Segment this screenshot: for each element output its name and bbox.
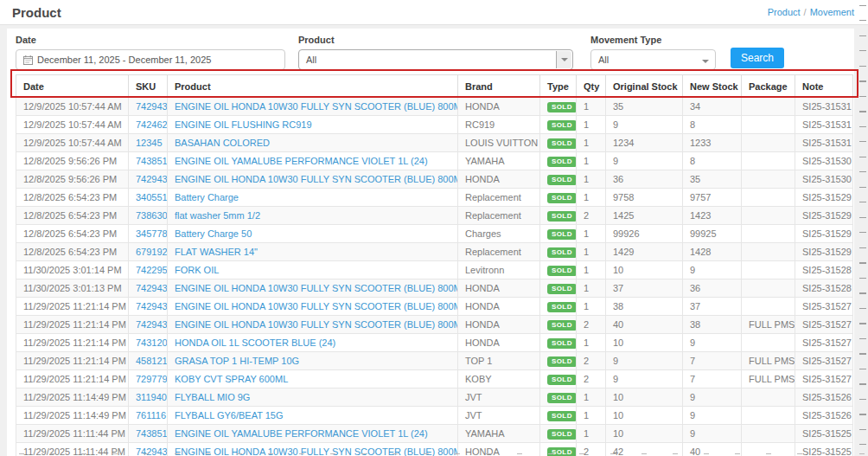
- new-stock-cell: 7: [683, 352, 742, 370]
- product-cell: ENGINE OIL YAMALUBE PERFORMANCE VIOLET 1…: [168, 425, 458, 443]
- sku-link[interactable]: 742943: [136, 319, 168, 330]
- note-cell: SI25-31527: [795, 334, 853, 352]
- sku-link[interactable]: 742943: [136, 446, 168, 456]
- note-cell: SI25-31526: [795, 407, 853, 425]
- type-cell: SOLD: [540, 407, 577, 425]
- product-select[interactable]: All: [298, 49, 573, 70]
- sku-cell: 311940: [129, 389, 168, 407]
- sku-link[interactable]: 742295: [136, 265, 168, 275]
- sku-link[interactable]: 742943: [136, 101, 168, 112]
- sku-link[interactable]: 742943: [136, 283, 168, 293]
- brand-cell: Levitronn: [458, 261, 540, 279]
- product-link[interactable]: Battery Charge 50: [175, 228, 252, 239]
- product-link[interactable]: Battery Charge: [175, 192, 239, 202]
- sku-link[interactable]: 742943: [136, 301, 168, 311]
- date-cell: 11/29/2025 11:11:44 PM: [16, 425, 129, 443]
- sku-link[interactable]: 743120: [136, 337, 168, 348]
- type-badge: SOLD: [547, 447, 577, 456]
- product-link[interactable]: HONDA OIL 1L SCOOTER BLUE (24): [175, 337, 335, 348]
- sku-link[interactable]: 679192: [136, 247, 168, 257]
- new-stock-cell: 9757: [683, 189, 742, 207]
- note-cell: SI25-31530: [795, 170, 853, 189]
- package-cell: [742, 279, 795, 298]
- new-stock-cell: 9: [683, 425, 742, 443]
- sku-link[interactable]: 761116: [136, 410, 166, 421]
- product-link[interactable]: ENGINE OIL HONDA 10W30 FULLY SYN SCOOTER…: [175, 446, 458, 456]
- brand-cell: KOBY: [458, 370, 540, 389]
- sku-link[interactable]: 742462: [136, 119, 168, 130]
- product-link[interactable]: flat washer 5mm 1/2: [175, 210, 260, 221]
- note-cell: SI25-31527: [795, 316, 853, 334]
- product-cell: KOBY CVT SPRAY 600ML: [168, 370, 458, 389]
- qty-cell: 1: [577, 152, 606, 170]
- content-card: Date December 11, 2025 - December 11, 20…: [7, 29, 854, 456]
- sku-link[interactable]: 743851: [136, 428, 168, 439]
- column-header-date: Date: [16, 75, 129, 98]
- product-select-button[interactable]: [556, 51, 571, 68]
- breadcrumb-product-link[interactable]: Product: [768, 7, 801, 17]
- package-cell: [742, 152, 795, 170]
- sku-link[interactable]: 458121: [136, 356, 168, 366]
- movement-table: DateSKUProductBrandTypeQtyOriginal Stock…: [16, 74, 853, 456]
- product-cell: FLYBALL MIO 9G: [168, 389, 458, 407]
- sku-link[interactable]: 345778: [136, 228, 168, 239]
- qty-cell: 1: [577, 189, 606, 207]
- sku-link[interactable]: 742943: [136, 174, 168, 184]
- new-stock-cell: 8: [683, 152, 742, 170]
- search-button[interactable]: Search: [731, 48, 784, 68]
- movement-type-select[interactable]: All: [590, 49, 716, 70]
- product-link[interactable]: ENGINE OIL HONDA 10W30 FULLY SYN SCOOTER…: [175, 283, 458, 293]
- sku-link[interactable]: 12345: [136, 138, 163, 148]
- qty-cell: 2: [577, 370, 606, 389]
- new-stock-cell: 1423: [683, 207, 742, 225]
- product-link[interactable]: BASAHAN COLORED: [175, 138, 270, 148]
- brand-cell: HONDA: [458, 170, 540, 189]
- product-link[interactable]: FLAT WASHER 14": [175, 247, 258, 257]
- qty-cell: 1: [577, 116, 606, 134]
- sku-link[interactable]: 340551: [136, 192, 168, 202]
- product-link[interactable]: ENGINE OIL HONDA 10W30 FULLY SYN SCOOTER…: [175, 319, 458, 330]
- table-row: 11/29/2025 11:21:14 PM458121GRASA TOP 1 …: [16, 352, 853, 370]
- product-cell: ENGINE OIL YAMALUBE PERFORMANCE VIOLET 1…: [168, 152, 458, 170]
- product-cell: GRASA TOP 1 HI-TEMP 10G: [168, 352, 458, 370]
- original-stock-cell: 10: [606, 261, 683, 279]
- original-stock-cell: 10: [606, 389, 683, 407]
- column-header-new-stock: New Stock: [683, 75, 742, 98]
- type-badge: SOLD: [547, 338, 577, 349]
- type-badge: SOLD: [547, 429, 577, 440]
- sku-link[interactable]: 311940: [136, 392, 167, 402]
- table-row: 12/8/2025 6:54:23 PM738630flat washer 5m…: [16, 207, 853, 225]
- product-link[interactable]: ENGINE OIL YAMALUBE PERFORMANCE VIOLET 1…: [175, 428, 428, 439]
- type-badge: SOLD: [547, 157, 577, 167]
- date-range-input[interactable]: December 11, 2025 - December 11, 2025: [16, 49, 285, 70]
- chevron-down-icon: [561, 58, 568, 65]
- sku-link[interactable]: 743851: [136, 156, 168, 166]
- package-cell: FULL PMS: [742, 352, 795, 370]
- breadcrumb-movement-link[interactable]: Movement: [810, 7, 854, 17]
- new-stock-cell: 7: [683, 370, 742, 389]
- date-cell: 12/8/2025 6:54:23 PM: [16, 243, 129, 261]
- product-link[interactable]: ENGINE OIL YAMALUBE PERFORMANCE VIOLET 1…: [175, 156, 428, 166]
- sku-link[interactable]: 729779: [136, 374, 168, 384]
- product-link[interactable]: ENGINE OIL FLUSHING RC919: [175, 119, 312, 130]
- type-badge: SOLD: [547, 302, 577, 312]
- product-link[interactable]: FLYBALL GY6/BEAT 15G: [175, 410, 284, 421]
- sku-link[interactable]: 738630: [136, 210, 168, 221]
- product-link[interactable]: ENGINE OIL HONDA 10W30 FULLY SYN SCOOTER…: [175, 101, 458, 112]
- product-link[interactable]: KOBY CVT SPRAY 600ML: [175, 374, 288, 384]
- product-link[interactable]: ENGINE OIL HONDA 10W30 FULLY SYN SCOOTER…: [175, 174, 458, 184]
- qty-cell: 1: [577, 261, 606, 279]
- type-cell: SOLD: [540, 98, 577, 116]
- qty-cell: 2: [577, 352, 606, 370]
- note-cell: SI25-31528: [795, 279, 853, 298]
- original-stock-cell: 37: [606, 279, 683, 298]
- product-select-value: All: [299, 50, 572, 69]
- product-link[interactable]: GRASA TOP 1 HI-TEMP 10G: [175, 356, 299, 366]
- product-link[interactable]: ENGINE OIL HONDA 10W30 FULLY SYN SCOOTER…: [175, 301, 458, 311]
- package-cell: [742, 189, 795, 207]
- type-cell: SOLD: [540, 189, 577, 207]
- product-cell: Battery Charge 50: [168, 225, 458, 243]
- package-cell: [742, 116, 795, 134]
- product-link[interactable]: FLYBALL MIO 9G: [175, 392, 250, 402]
- product-link[interactable]: FORK OIL: [175, 265, 219, 275]
